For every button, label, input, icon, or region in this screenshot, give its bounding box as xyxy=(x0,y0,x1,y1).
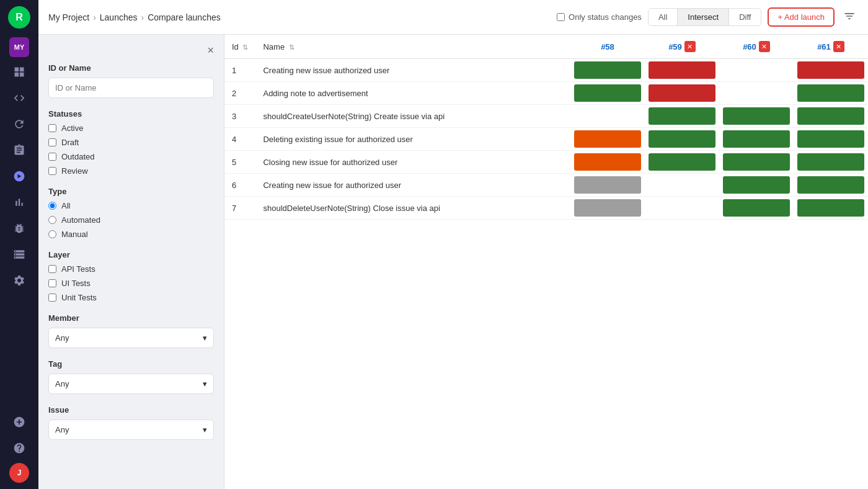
code-icon[interactable] xyxy=(8,87,30,109)
status-draft-checkbox[interactable] xyxy=(48,138,56,146)
row-0-status-0[interactable] xyxy=(570,59,645,82)
type-manual-radio[interactable] xyxy=(48,230,56,238)
only-status-checkbox[interactable] xyxy=(557,13,565,21)
status-active-label: Active xyxy=(61,123,83,133)
status-cell-5-3 xyxy=(797,176,864,194)
type-automated-item[interactable]: Automated xyxy=(48,215,214,225)
row-6-name[interactable]: shouldDeleteUserNote(String) Close issue… xyxy=(255,197,570,220)
status-outdated-item[interactable]: Outdated xyxy=(48,152,214,161)
refresh-icon[interactable] xyxy=(8,113,30,135)
tag-label: Tag xyxy=(48,359,214,369)
user-avatar[interactable]: J xyxy=(9,463,29,483)
row-3-status-0[interactable] xyxy=(570,128,645,151)
launch-59-num[interactable]: #59 xyxy=(668,42,682,52)
status-cell-5-0 xyxy=(574,176,641,194)
member-select[interactable]: Any ▾ xyxy=(48,328,214,348)
tab-all[interactable]: All xyxy=(649,9,678,25)
row-2-status-1[interactable] xyxy=(645,105,719,128)
help-icon[interactable] xyxy=(8,437,30,459)
status-draft-item[interactable]: Draft xyxy=(48,138,214,147)
row-3-name[interactable]: Deleting existing issue for authorized u… xyxy=(255,128,570,151)
tab-intersect[interactable]: Intersect xyxy=(678,9,729,25)
row-6-status-1[interactable] xyxy=(645,197,719,220)
row-0-status-3[interactable] xyxy=(794,59,868,82)
dashboard-icon[interactable] xyxy=(8,61,30,83)
tab-diff[interactable]: Diff xyxy=(729,9,761,25)
launch-61-close-button[interactable]: ✕ xyxy=(833,41,844,52)
status-draft-label: Draft xyxy=(61,138,79,147)
row-2-status-3[interactable] xyxy=(794,105,868,128)
add-launch-button[interactable]: + Add launch xyxy=(768,7,835,27)
layer-ui-checkbox[interactable] xyxy=(48,279,56,287)
row-5-status-2[interactable] xyxy=(719,174,794,197)
issue-select[interactable]: Any ▾ xyxy=(48,419,214,440)
status-review-checkbox[interactable] xyxy=(48,167,56,175)
type-automated-radio[interactable] xyxy=(48,216,56,224)
row-5-name[interactable]: Creating new issue for authorized user xyxy=(255,174,570,197)
row-2-status-0[interactable] xyxy=(570,105,645,128)
bug-icon[interactable] xyxy=(8,217,30,240)
row-1-status-1[interactable] xyxy=(645,82,719,105)
col-name-header[interactable]: Name ⇅ xyxy=(255,35,570,59)
row-4-status-0[interactable] xyxy=(570,151,645,174)
layer-unit-checkbox[interactable] xyxy=(48,294,56,302)
row-0-name[interactable]: Creating new issue authorized user xyxy=(255,59,570,82)
status-review-item[interactable]: Review xyxy=(48,166,214,176)
type-manual-item[interactable]: Manual xyxy=(48,230,214,239)
storage-icon[interactable] xyxy=(8,243,30,266)
launch-61-num[interactable]: #61 xyxy=(817,42,831,52)
layer-api-checkbox[interactable] xyxy=(48,265,56,273)
only-status-label[interactable]: Only status changes xyxy=(557,12,642,22)
status-active-item[interactable]: Active xyxy=(48,123,214,133)
row-3-status-2[interactable] xyxy=(719,128,794,151)
chart-icon[interactable] xyxy=(8,191,30,213)
close-sidebar-button[interactable]: × xyxy=(207,45,214,56)
row-6-status-2[interactable] xyxy=(719,197,794,220)
tag-value: Any xyxy=(55,379,69,388)
breadcrumb-project[interactable]: My Project xyxy=(48,12,89,22)
type-all-item[interactable]: All xyxy=(48,201,214,210)
row-6-status-3[interactable] xyxy=(794,197,868,220)
col-id-header[interactable]: Id ⇅ xyxy=(224,35,255,59)
row-1-name[interactable]: Adding note to advertisement xyxy=(255,82,570,105)
filter-button[interactable] xyxy=(841,7,858,27)
row-3-status-1[interactable] xyxy=(645,128,719,151)
row-4-status-1[interactable] xyxy=(645,151,719,174)
type-all-radio[interactable] xyxy=(48,202,56,210)
type-section: Type All Automated Manual xyxy=(48,187,214,239)
project-avatar[interactable]: MY xyxy=(9,37,29,57)
row-2-status-2[interactable] xyxy=(719,105,794,128)
tag-select[interactable]: Any ▾ xyxy=(48,374,214,394)
row-1-status-2[interactable] xyxy=(719,82,794,105)
row-1-status-0[interactable] xyxy=(570,82,645,105)
row-4-status-2[interactable] xyxy=(719,151,794,174)
breadcrumb-launches[interactable]: Launches xyxy=(100,12,138,22)
row-0-status-2[interactable] xyxy=(719,59,794,82)
launch-59-close-button[interactable]: ✕ xyxy=(684,41,696,52)
row-5-status-0[interactable] xyxy=(570,174,645,197)
app-logo[interactable]: R xyxy=(8,6,30,29)
layer-ui-item[interactable]: UI Tests xyxy=(48,279,214,288)
add-icon[interactable] xyxy=(8,411,30,433)
row-4-status-3[interactable] xyxy=(794,151,868,174)
layer-ui-label: UI Tests xyxy=(61,279,91,288)
layer-api-item[interactable]: API Tests xyxy=(48,264,214,274)
row-6-status-0[interactable] xyxy=(570,197,645,220)
launch-60-num[interactable]: #60 xyxy=(743,42,756,52)
row-3-status-3[interactable] xyxy=(794,128,868,151)
clipboard-icon[interactable] xyxy=(8,139,30,161)
rocket-icon[interactable] xyxy=(8,165,30,187)
row-0-status-1[interactable] xyxy=(645,59,719,82)
row-1-status-3[interactable] xyxy=(794,82,868,105)
status-active-checkbox[interactable] xyxy=(48,124,56,132)
row-4-name[interactable]: Closing new issue for authorized user xyxy=(255,151,570,174)
settings-icon[interactable] xyxy=(8,269,30,292)
launch-58-num[interactable]: #58 xyxy=(601,42,614,52)
row-5-status-1[interactable] xyxy=(645,174,719,197)
layer-unit-item[interactable]: Unit Tests xyxy=(48,293,214,302)
launch-60-close-button[interactable]: ✕ xyxy=(759,41,770,52)
status-outdated-checkbox[interactable] xyxy=(48,153,56,161)
row-5-status-3[interactable] xyxy=(794,174,868,197)
id-name-input[interactable] xyxy=(48,78,214,98)
row-2-name[interactable]: shouldCreateUserNote(String) Create issu… xyxy=(255,105,570,128)
